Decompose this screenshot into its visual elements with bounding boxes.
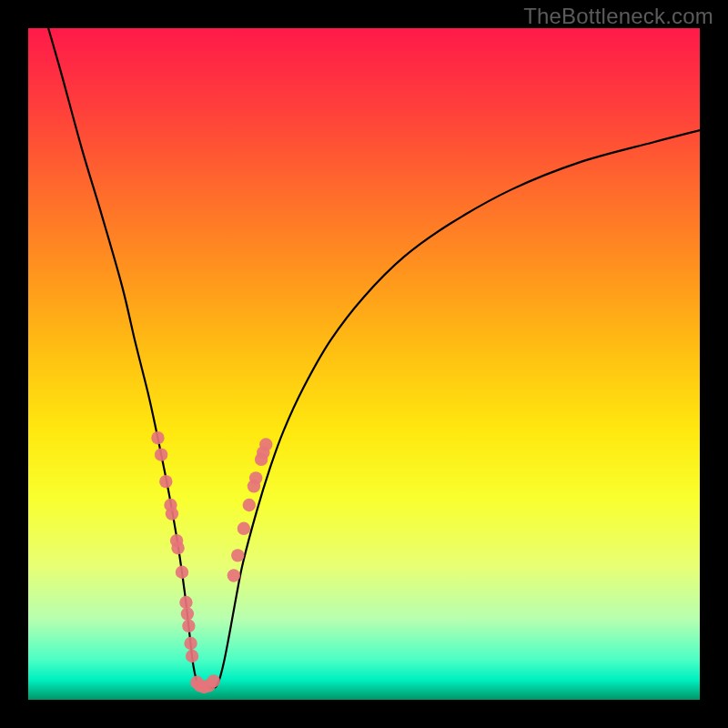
bottleneck-curve	[48, 28, 700, 688]
data-point-marker	[171, 541, 184, 554]
chart-overlay	[28, 28, 700, 700]
chart-frame: TheBottleneck.com	[0, 0, 728, 728]
data-point-marker	[151, 431, 164, 444]
data-point-marker	[259, 438, 272, 450]
data-point-marker	[176, 566, 188, 579]
data-point-marker	[207, 674, 219, 687]
data-point-marker	[186, 650, 198, 662]
data-point-marker	[179, 596, 192, 609]
data-point-marker	[159, 475, 172, 488]
data-point-marker	[249, 471, 262, 484]
data-point-marker	[182, 620, 195, 632]
data-point-marker	[155, 448, 167, 460]
data-point-marker	[228, 569, 240, 581]
data-point-marker	[184, 637, 197, 650]
data-point-marker	[231, 549, 244, 561]
data-point-marker	[243, 499, 256, 511]
attribution-text: TheBottleneck.com	[523, 4, 713, 29]
data-point-marker	[181, 607, 194, 620]
data-point-marker	[166, 507, 178, 520]
data-markers	[151, 431, 272, 693]
data-point-marker	[238, 522, 250, 535]
